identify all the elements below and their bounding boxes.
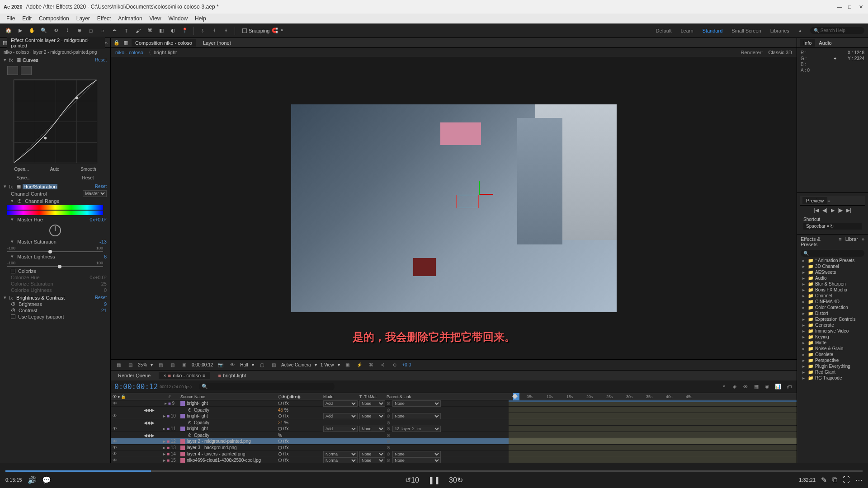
curves-open[interactable]: Open... (14, 167, 29, 172)
switch-icon[interactable]: / (283, 426, 284, 431)
shy-icon[interactable]: 👁 (741, 383, 750, 391)
blend-mode-select[interactable]: Norma (323, 457, 358, 463)
axis-icon[interactable]: ⫱ (198, 26, 208, 36)
effect-category[interactable]: ▸📁 AESweets (799, 269, 866, 275)
guides-icon[interactable]: ▥ (168, 361, 176, 369)
exposure-value[interactable]: +0.0 (402, 362, 411, 367)
timeline-timecode[interactable]: 0:00:00:12 (114, 382, 158, 391)
comp-mini-icon[interactable]: ⚬ (720, 383, 728, 391)
twirl-icon[interactable]: ▸ (163, 439, 165, 444)
channel-control-select[interactable]: Master (83, 190, 107, 197)
track-row[interactable] (509, 445, 797, 451)
link-icon[interactable]: ⊘ (387, 408, 392, 413)
twirl-icon[interactable]: ▸ (802, 328, 806, 333)
layer-row[interactable]: 👁 ▸ ■ 9 bright-light ⬡/fx Add None ⊘None (111, 400, 509, 407)
label-color-icon[interactable]: ■ (167, 458, 170, 463)
home-icon[interactable]: 🏠 (4, 26, 14, 36)
show-snapshot-icon[interactable]: 👁 (228, 361, 236, 369)
timeline-ruler[interactable]: 05s10s15s20s25s30s35s40s45s (509, 393, 797, 400)
opacity-value[interactable]: 31 (278, 420, 283, 425)
res-icon[interactable]: ▤ (156, 361, 165, 369)
menu-view[interactable]: View (146, 15, 165, 22)
twirl-icon[interactable]: ▸ (802, 346, 806, 351)
effect-category[interactable]: ▸📁 Audio (799, 275, 866, 281)
motion-blur-icon[interactable]: ◉ (763, 383, 771, 391)
layer-name[interactable]: layer 4 - towers - painted.png (187, 451, 245, 456)
effect-category[interactable]: ▸📁 RG Trapcode (799, 375, 866, 381)
ellipse-tool-icon[interactable]: ○ (98, 26, 108, 36)
layer-property-row[interactable]: ◀◆▶ ⏱ Opacity % ⊘ (111, 432, 509, 438)
switch-icon[interactable]: ⬡ (278, 413, 282, 418)
orbit-tool-icon[interactable]: ⟲ (51, 26, 61, 36)
caption-icon[interactable]: 💬 (42, 476, 51, 484)
switch-icon[interactable]: / (283, 413, 284, 418)
breadcrumb-layer[interactable]: bright-light (154, 50, 177, 55)
workspace-default[interactable]: Default (656, 28, 672, 33)
chevron-down-icon[interactable]: ▾ (252, 362, 254, 367)
switch-icon[interactable]: ◉ (297, 394, 301, 399)
effect-category[interactable]: ▸📁 Perspective (799, 357, 866, 363)
composition-tab[interactable]: Composition niko - coloso (132, 39, 196, 47)
twirl-icon[interactable]: ▸ (802, 299, 806, 304)
switch-icon[interactable]: / (283, 458, 284, 463)
twirl-icon[interactable]: ▸ (802, 311, 806, 316)
breadcrumb-comp[interactable]: niko - coloso (115, 50, 143, 55)
render-queue-tab[interactable]: Render Queue (113, 372, 155, 379)
search-help-input[interactable]: 🔍 Search Help (810, 27, 864, 34)
col-trkmat[interactable]: T .TrkMat (359, 394, 387, 399)
effect-controls-tab[interactable]: Effect Controls layer 2 - midground-pain… (7, 37, 105, 49)
flowchart-icon[interactable]: ⑆ (379, 361, 387, 369)
stopwatch-icon[interactable]: ⏱ (188, 433, 192, 438)
switch-icon[interactable]: ⬡ (278, 451, 282, 456)
col-mode[interactable]: Mode (323, 394, 359, 399)
stopwatch-icon[interactable]: ⏱ (11, 301, 16, 307)
eye-icon[interactable]: 👁 (113, 401, 118, 406)
stopwatch-icon[interactable]: ⏱ (17, 198, 22, 204)
track-row[interactable] (509, 413, 797, 419)
saturation-slider[interactable] (7, 251, 103, 252)
fx-switch-icon[interactable]: fx (285, 413, 289, 418)
type-tool-icon[interactable]: T (121, 26, 131, 36)
track-row[interactable] (509, 419, 797, 426)
bright-light-tab[interactable]: ■ bright-light (213, 372, 250, 379)
roto-tool-icon[interactable]: ◐ (168, 26, 178, 36)
menu-effect[interactable]: Effect (94, 15, 114, 22)
menu-icon[interactable]: ≡ (827, 198, 830, 203)
switch-icon[interactable]: ⬡ (278, 401, 282, 406)
layer-row[interactable]: 👁 ▸ ■ 10 bright-light ⬡/fx Add None ⊘Non… (111, 413, 509, 419)
effect-category[interactable]: ▸📁 3D Channel (799, 263, 866, 269)
shortcut-select[interactable]: Spacebar ▾ ↻ (803, 223, 862, 230)
layer-name[interactable]: bright-light (187, 401, 208, 406)
blend-mode-select[interactable]: Add (323, 400, 358, 407)
effect-category[interactable]: ▸📁 Red Giant (799, 369, 866, 375)
curves-reset[interactable]: Reset (82, 175, 94, 180)
trkmat-select[interactable]: None (359, 451, 385, 457)
eye-col-icon[interactable]: 👁 (113, 394, 117, 399)
fx-switch-icon[interactable]: fx (285, 401, 289, 406)
eraser-tool-icon[interactable]: ◧ (156, 26, 166, 36)
eye-icon[interactable]: 👁 (113, 458, 118, 463)
parent-select[interactable]: 12. layer 2 - m (392, 426, 441, 432)
effect-category[interactable]: ▸📁 Distort (799, 310, 866, 316)
eye-icon[interactable]: 👁 (113, 451, 118, 456)
track-row[interactable] (509, 432, 797, 438)
layer-name[interactable]: bright-light (187, 426, 208, 431)
effect-brightness-contrast[interactable]: Brightness & Contrast (16, 295, 65, 300)
switch-icon[interactable]: ⬡ (278, 394, 282, 399)
minimize-icon[interactable]: — (837, 4, 843, 9)
brush-tool-icon[interactable]: 🖌 (133, 26, 143, 36)
more-icon[interactable]: ⋯ (855, 476, 863, 484)
eye-icon[interactable]: 👁 (113, 426, 118, 431)
effects-search[interactable]: 🔍 (801, 250, 864, 257)
menu-animation[interactable]: Animation (114, 15, 146, 22)
solo-col-icon[interactable]: ● (118, 394, 120, 399)
twirl-icon[interactable]: ▸ (802, 375, 806, 380)
effect-category[interactable]: ▸📁 Generate (799, 322, 866, 328)
switch-icon[interactable]: ⬡ (278, 458, 282, 463)
blend-mode-select[interactable]: Norma (323, 451, 358, 457)
label-color-icon[interactable]: ■ (167, 445, 170, 450)
graph-editor-icon[interactable]: 📊 (774, 383, 782, 391)
zoom-tool-icon[interactable]: 🔍 (39, 26, 49, 36)
workspace-standard[interactable]: Standard (703, 28, 723, 33)
curves-auto[interactable]: Auto (50, 167, 60, 172)
